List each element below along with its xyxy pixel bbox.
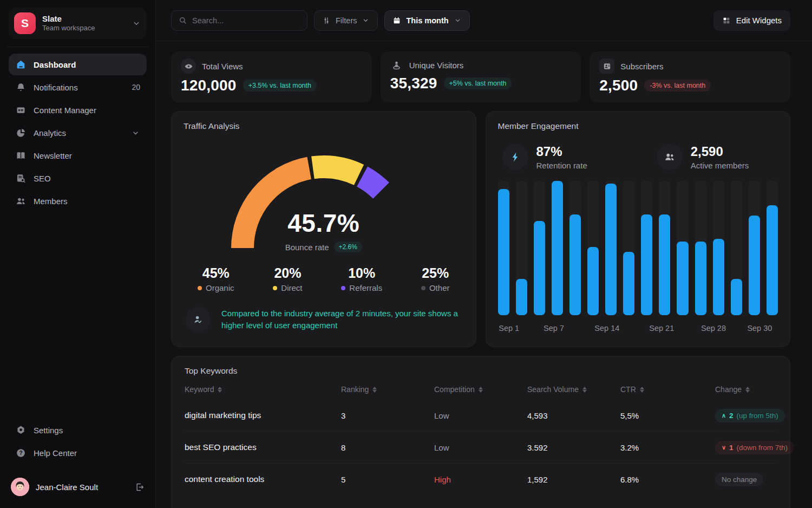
help-icon: ? <box>15 447 27 459</box>
sidebar-item-newsletter[interactable]: Newsletter <box>9 145 147 166</box>
sidebar-item-label: Dashboard <box>34 60 76 69</box>
retention-rate-value: 87% <box>536 144 587 159</box>
workspace-info: Slate Team workspace <box>42 14 125 33</box>
panel-title: Member Engagement <box>498 121 778 131</box>
grid-icon <box>722 16 731 25</box>
engagement-bar <box>516 279 527 315</box>
table-row[interactable]: digital marketing tips 3 Low 4,593 5,5% … <box>185 399 777 431</box>
sidebar-item-dashboard[interactable]: Dashboard <box>9 54 147 75</box>
workspace-name: Slate <box>42 14 125 24</box>
arrow-up-icon: ∧ <box>722 413 726 419</box>
engagement-bar-column <box>731 181 742 315</box>
cell-ctr: 6.8% <box>620 475 715 484</box>
edit-widgets-button[interactable]: Edit Widgets <box>713 10 790 31</box>
cell-search-volume: 1,592 <box>527 475 620 484</box>
column-header-search-volume[interactable]: Search Volume <box>527 385 620 394</box>
sort-icon <box>640 387 644 393</box>
cell-ctr: 3.2% <box>620 443 715 452</box>
engagement-bar <box>605 184 617 315</box>
engagement-bar-column <box>641 181 652 315</box>
engagement-bar <box>713 239 724 315</box>
active-members-value: 2,590 <box>691 144 749 159</box>
arrow-down-icon: ∨ <box>722 445 726 451</box>
logout-icon[interactable] <box>134 482 145 492</box>
engagement-bar <box>767 205 778 315</box>
sidebar-item-members[interactable]: Members <box>9 190 147 212</box>
home-icon <box>15 59 27 70</box>
sidebar-item-notifications[interactable]: Notifications 20 <box>9 76 147 98</box>
legend-dot-organic <box>198 286 202 290</box>
active-members-label: Active members <box>691 161 749 170</box>
traffic-analysis-panel: Traffic Analysis 45.7% Bounce rate +2.6%… <box>171 111 476 347</box>
bounce-rate-gauge: 45.7% Bounce rate +2.6% <box>210 133 437 257</box>
cell-competition: High <box>434 475 527 484</box>
engagement-bar-column <box>498 181 509 315</box>
gauge-segment-referrals <box>362 177 381 191</box>
pie-chart-icon <box>15 127 27 139</box>
cell-ctr: 5,5% <box>620 411 715 420</box>
bounce-rate-delta-badge: +2.6% <box>334 242 362 252</box>
stat-label: Subscribers <box>620 62 663 71</box>
member-engagement-panel: Member Engagement 87% Retention rate <box>486 111 791 347</box>
sidebar-item-label: Content Manager <box>34 106 96 115</box>
legend-label: Organic <box>206 283 234 292</box>
sidebar-item-label: Settings <box>34 426 63 435</box>
search-box[interactable] <box>171 10 307 31</box>
column-header-change[interactable]: Change <box>715 385 777 394</box>
lightning-icon <box>502 144 528 170</box>
sidebar-item-settings[interactable]: Settings <box>9 419 147 441</box>
engagement-bar <box>569 214 581 315</box>
main-area: Filters This month Edit Widgets <box>156 0 812 508</box>
engagement-bar <box>749 216 760 315</box>
engagement-bar-column <box>534 181 545 315</box>
sidebar-item-analytics[interactable]: Analytics <box>9 122 147 144</box>
search-input[interactable] <box>192 16 300 25</box>
workspace-switcher[interactable]: S Slate Team workspace <box>9 8 147 39</box>
table-row[interactable]: content creation tools 5 High 1,592 6.8%… <box>185 463 777 495</box>
sidebar-item-help-center[interactable]: ? Help Center <box>9 442 147 464</box>
cell-ranking: 3 <box>341 411 434 420</box>
top-keywords-panel: Top Keywords Keyword Ranking Competition… <box>171 356 790 508</box>
search-icon <box>178 16 187 25</box>
sidebar-divider <box>6 47 149 47</box>
legend-pct: 10% <box>341 265 382 281</box>
sidebar-item-content-manager[interactable]: Content Manager <box>9 99 147 121</box>
engagement-bar <box>677 242 688 315</box>
sliders-icon <box>322 16 331 25</box>
eye-icon <box>181 58 196 74</box>
sidebar-item-label: Members <box>34 197 68 206</box>
stat-delta-badge: +5% vs. last month <box>444 77 512 89</box>
column-header-competition[interactable]: Competition <box>434 385 527 394</box>
table-row[interactable]: best SEO practices 8 Low 3.592 3.2% ∨ 1 … <box>185 431 777 463</box>
retention-rate-label: Retention rate <box>536 161 587 170</box>
seo-icon <box>15 173 27 184</box>
bounce-rate-value: 45.7% <box>210 209 437 238</box>
filters-button[interactable]: Filters <box>314 10 378 31</box>
legend-dot-other <box>421 286 425 290</box>
column-header-ctr[interactable]: CTR <box>620 385 715 394</box>
user-menu[interactable]: Jean-Claire Soult <box>9 478 147 496</box>
cell-search-volume: 4,593 <box>527 411 620 420</box>
keywords-table-body: digital marketing tips 3 Low 4,593 5,5% … <box>185 399 777 495</box>
sort-icon <box>745 387 750 393</box>
legend-item-direct: 20% Direct <box>273 265 302 292</box>
insight-text: Compared to the industry average of 2 mi… <box>221 308 462 332</box>
active-members-stat: 2,590 Active members <box>657 144 749 170</box>
workspace-type: Team workspace <box>42 24 125 32</box>
legend-pct: 25% <box>421 265 450 281</box>
cell-search-volume: 3.592 <box>527 443 620 452</box>
sidebar-item-seo[interactable]: SEO <box>9 167 147 189</box>
x-axis-tick-label: Sep 28 <box>701 324 726 333</box>
engagement-bar-column <box>552 181 563 315</box>
period-selector-button[interactable]: This month <box>384 10 469 31</box>
retention-rate-stat: 87% Retention rate <box>502 144 587 170</box>
chevron-down-icon <box>454 16 462 24</box>
column-header-keyword[interactable]: Keyword <box>185 385 341 394</box>
book-icon <box>15 150 27 161</box>
x-axis-tick-label: Sep 7 <box>543 324 564 333</box>
legend-pct: 20% <box>273 265 302 281</box>
sidebar-spacer <box>9 212 147 419</box>
traffic-legend: 45% Organic 20% Direct 10% Referrals 25%… <box>184 257 464 292</box>
column-header-ranking[interactable]: Ranking <box>341 385 434 394</box>
stat-value: 2,500 <box>599 77 638 94</box>
